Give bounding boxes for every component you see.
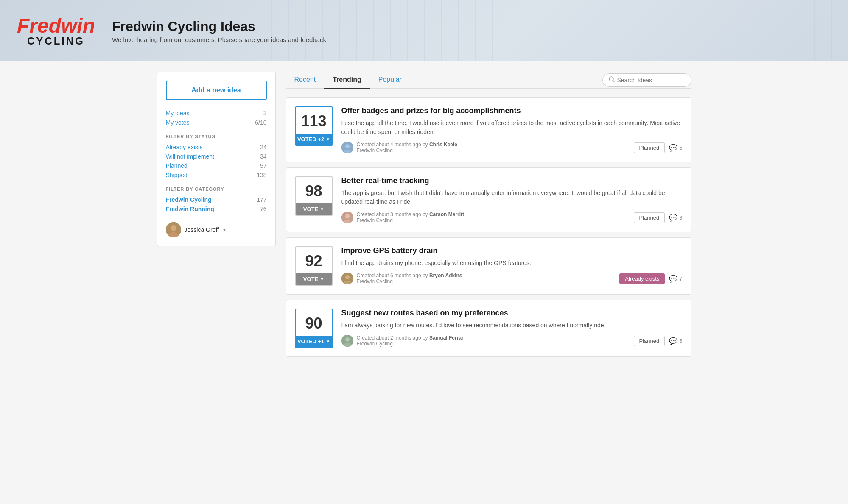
vote-label-text-4: VOTED +1 <box>297 338 324 345</box>
status-badge-4[interactable]: Planned <box>634 336 665 346</box>
svg-line-4 <box>613 81 614 82</box>
idea-meta-left-1: Created about 4 months ago by Chris Keel… <box>341 142 457 153</box>
idea-meta-row-1: Created about 4 months ago by Chris Keel… <box>341 142 683 153</box>
my-section: My ideas 3 My votes 6/10 <box>166 109 267 127</box>
search-box <box>602 73 691 87</box>
idea-desc-1: I use the app all the time. I would use … <box>341 119 683 136</box>
idea-title-2[interactable]: Better real-time tracking <box>341 176 683 185</box>
ideas-list: 113 VOTED +2 ▼ Offer badges and prizes f… <box>286 97 691 357</box>
status-shipped-link[interactable]: Shipped <box>166 172 188 178</box>
idea-title-4[interactable]: Suggest new routes based on my preferenc… <box>341 309 683 317</box>
search-input[interactable] <box>617 77 685 84</box>
svg-point-6 <box>345 144 350 148</box>
author-avatar-1 <box>341 142 353 153</box>
idea-title-3[interactable]: Improve GPS battery drain <box>341 246 683 255</box>
idea-meta-text-2: Created about 3 months ago by Carson Mer… <box>357 212 464 223</box>
filter-status-heading: FILTER BY STATUS <box>166 134 267 139</box>
user-name: Jessica Groff <box>185 226 219 233</box>
logo: Fredwin CYCLING <box>17 16 95 46</box>
sidebar: Add a new idea My ideas 3 My votes 6/10 … <box>157 72 276 246</box>
add-idea-button[interactable]: Add a new idea <box>166 81 267 100</box>
tab-popular[interactable]: Popular <box>370 72 410 89</box>
main-layout: Add a new idea My ideas 3 My votes 6/10 … <box>148 61 700 372</box>
tabs-row: Recent Trending Popular <box>286 72 691 89</box>
status-shipped-row: Shipped 138 <box>166 170 267 180</box>
idea-desc-4: I am always looking for new routes. I'd … <box>341 321 683 330</box>
status-already-exists-link[interactable]: Already exists <box>166 144 203 150</box>
category-running-link[interactable]: Fredwin Running <box>166 206 214 212</box>
vote-button-1[interactable]: VOTED +2 ▼ <box>296 134 332 145</box>
idea-meta-left-2: Created about 3 months ago by Carson Mer… <box>341 212 464 223</box>
category-cycling-count: 177 <box>257 196 266 203</box>
comment-badge-1[interactable]: 💬 5 <box>669 144 682 152</box>
filter-status-section: Already exists 24 Will not implement 34 … <box>166 142 267 180</box>
tabs: Recent Trending Popular <box>286 72 410 88</box>
my-ideas-count: 3 <box>263 110 267 117</box>
idea-meta-right-1: Planned 💬 5 <box>634 142 683 153</box>
vote-button-2[interactable]: VOTE ▼ <box>296 203 332 215</box>
user-dropdown-arrow[interactable]: ▼ <box>222 228 227 232</box>
comment-count-2: 3 <box>679 214 682 221</box>
tab-recent[interactable]: Recent <box>286 72 325 89</box>
vote-button-4[interactable]: VOTED +1 ▼ <box>296 336 332 347</box>
status-planned-row: Planned 57 <box>166 161 267 170</box>
idea-meta-left-4: Created about 2 months ago by Samual Fer… <box>341 335 464 347</box>
vote-count-3: 92 <box>296 247 332 273</box>
idea-title-1[interactable]: Offer badges and prizes for big accompli… <box>341 106 683 115</box>
vote-chevron-2: ▼ <box>320 207 324 212</box>
vote-label-text-1: VOTED +2 <box>297 136 324 142</box>
status-badge-3[interactable]: Already exists <box>619 273 665 284</box>
comment-icon-4: 💬 <box>669 337 677 345</box>
status-planned-link[interactable]: Planned <box>166 162 188 169</box>
tab-trending[interactable]: Trending <box>324 72 370 89</box>
status-will-not-implement-row: Will not implement 34 <box>166 152 267 161</box>
my-ideas-row: My ideas 3 <box>166 109 267 118</box>
vote-button-3[interactable]: VOTE ▼ <box>296 273 332 285</box>
svg-point-9 <box>345 214 350 218</box>
idea-card: 92 VOTE ▼ Improve GPS battery drain I fi… <box>286 237 691 295</box>
vote-label-text-2: VOTE <box>303 206 318 212</box>
vote-count-1: 113 <box>296 107 332 134</box>
comment-badge-3[interactable]: 💬 7 <box>669 275 682 283</box>
comment-badge-4[interactable]: 💬 6 <box>669 337 682 345</box>
idea-meta-right-3: Already exists 💬 7 <box>619 273 682 284</box>
header-text: Fredwin Cycling Ideas We love hearing fr… <box>112 19 328 43</box>
content-area: Recent Trending Popular 113 <box>286 72 691 362</box>
vote-box-1: 113 VOTED +2 ▼ <box>295 106 333 146</box>
vote-chevron-4: ▼ <box>326 339 330 344</box>
idea-meta-text-1: Created about 4 months ago by Chris Keel… <box>357 142 457 153</box>
filter-category-section: Fredwin Cycling 177 Fredwin Running 76 <box>166 195 267 214</box>
user-area[interactable]: Jessica Groff ▼ <box>166 222 267 237</box>
page-subtitle: We love hearing from our customers. Plea… <box>112 36 328 43</box>
status-already-exists-count: 24 <box>260 144 267 150</box>
status-already-exists-row: Already exists 24 <box>166 142 267 152</box>
category-running-row: Fredwin Running 76 <box>166 204 267 214</box>
idea-card: 98 VOTE ▼ Better real-time tracking The … <box>286 167 691 232</box>
status-badge-2[interactable]: Planned <box>634 212 665 223</box>
svg-point-15 <box>345 337 350 342</box>
status-shipped-count: 138 <box>257 172 266 178</box>
idea-desc-2: The app is great, but I wish that I didn… <box>341 189 683 206</box>
status-will-not-implement-link[interactable]: Will not implement <box>166 153 214 160</box>
author-avatar-4 <box>341 335 353 347</box>
my-ideas-link[interactable]: My ideas <box>166 110 190 117</box>
vote-label-text-3: VOTE <box>303 276 318 282</box>
comment-icon-3: 💬 <box>669 275 677 283</box>
status-badge-1[interactable]: Planned <box>634 142 665 153</box>
vote-box-4: 90 VOTED +1 ▼ <box>295 309 333 348</box>
category-running-count: 76 <box>260 206 267 212</box>
idea-meta-right-4: Planned 💬 6 <box>634 336 683 346</box>
category-cycling-link[interactable]: Fredwin Cycling <box>166 196 212 203</box>
idea-body-4: Suggest new routes based on my preferenc… <box>341 309 683 347</box>
idea-meta-row-2: Created about 3 months ago by Carson Mer… <box>341 212 683 223</box>
idea-meta-right-2: Planned 💬 3 <box>634 212 683 223</box>
idea-meta-left-3: Created about 6 months ago by Bryon Adki… <box>341 273 462 284</box>
vote-chevron-1: ▼ <box>326 137 330 142</box>
my-votes-link[interactable]: My votes <box>166 119 190 126</box>
my-votes-count: 6/10 <box>255 119 266 126</box>
comment-badge-2[interactable]: 💬 3 <box>669 214 682 222</box>
svg-point-12 <box>345 275 350 279</box>
author-avatar-2 <box>341 212 353 223</box>
my-votes-row: My votes 6/10 <box>166 118 267 127</box>
comment-icon-1: 💬 <box>669 144 677 152</box>
